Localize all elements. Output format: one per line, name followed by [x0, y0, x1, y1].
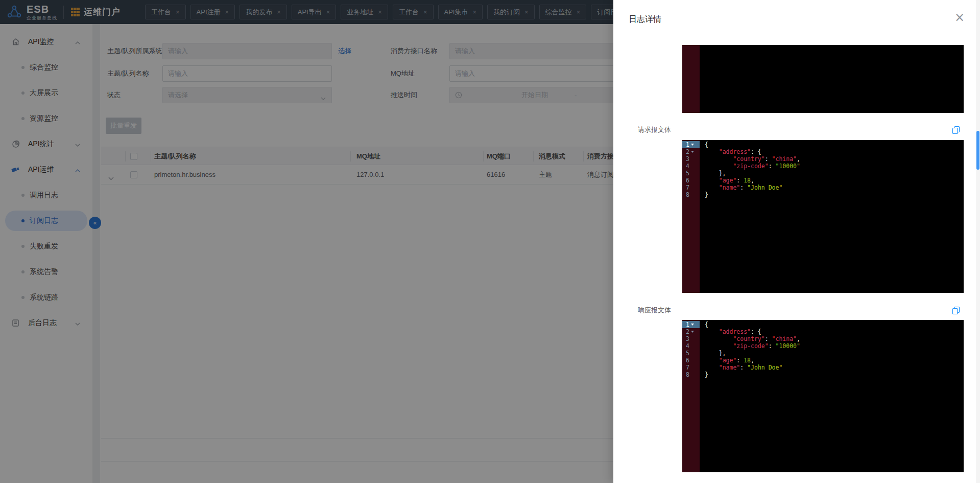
request-body-label: 请求报文体 [638, 125, 671, 134]
copy-icon[interactable] [952, 306, 960, 314]
drawer-scrollbar-thumb[interactable] [976, 131, 979, 170]
esb-portal-app: ESB 企业服务总线 运维门户 工作台× API注册× 我的发布× API导出×… [0, 0, 980, 483]
log-detail-drawer: 日志详情 × 请求报文体 1{2 "address": {3 "country"… [613, 0, 980, 483]
drawer-mask[interactable] [0, 0, 613, 483]
response-body-code-editor[interactable]: 1{2 "address": {3 "country": "china",4 "… [682, 320, 964, 472]
request-json-code: 1{2 "address": {3 "country": "china",4 "… [682, 140, 964, 198]
response-json-code: 1{2 "address": {3 "country": "china",4 "… [682, 320, 964, 378]
drawer-title: 日志详情 [629, 14, 661, 25]
response-body-label: 响应报文体 [638, 306, 671, 315]
code-editor-scrolled-tail[interactable] [682, 45, 964, 113]
copy-icon[interactable] [952, 126, 960, 134]
request-body-code-editor[interactable]: 1{2 "address": {3 "country": "china",4 "… [682, 140, 964, 293]
drawer-scrollbar-track[interactable] [976, 0, 980, 483]
drawer-close-icon[interactable]: × [954, 11, 965, 24]
